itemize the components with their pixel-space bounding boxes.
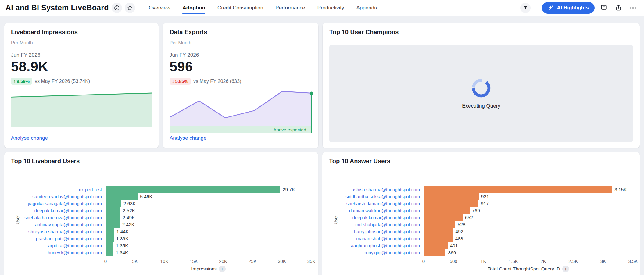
bar-category-label[interactable]: prashant.patil@thoughtspot.com [11, 236, 106, 241]
bar-value-label: 369 [448, 249, 456, 256]
arrow-up-icon: ↑ [13, 79, 16, 84]
bar[interactable] [424, 186, 612, 193]
tab-overview[interactable]: Overview [149, 0, 170, 16]
ai-highlights-label: AI Highlights [557, 5, 589, 11]
x-axis-tick: 3.5K [628, 259, 638, 264]
x-axis-tick: 35K [307, 259, 316, 264]
bar[interactable] [424, 200, 478, 207]
star-icon [127, 5, 133, 11]
bar[interactable] [424, 207, 470, 214]
tab-credit-consumption[interactable]: Credit Consumption [217, 0, 263, 16]
sort-descending-icon[interactable]: ↓ [562, 266, 569, 272]
bar[interactable] [106, 242, 113, 249]
bar-category-label[interactable]: ashish.sharma@thoughtspot.com [329, 187, 424, 192]
bar-category-label[interactable]: sandeep.yadav@thoughtspot.com [11, 194, 106, 199]
bar-category-label[interactable]: arpit.rai@thoughtspot.com [11, 243, 106, 248]
bar[interactable] [106, 228, 114, 235]
bar-category-label[interactable]: deepak.kumar@thoughtspot.com [11, 208, 106, 213]
bar-track: 401 [424, 242, 633, 249]
card-title: Data Exports [170, 29, 312, 36]
bar-row: shreyash.sharma@thoughtspot.com1.44K [11, 228, 311, 235]
bar-row: snehalatha.meruva@thoughtspot.com2.49K [11, 214, 311, 221]
bar[interactable] [424, 242, 448, 249]
tab-performance[interactable]: Performance [275, 0, 305, 16]
more-icon [629, 4, 637, 12]
kpi-card-data-exports: Data Exports Per Month Jun FY 2026 596 ↓… [163, 23, 318, 148]
tab-adoption[interactable]: Adoption [182, 0, 205, 16]
kpi-subtitle: Per Month [11, 40, 152, 45]
bar-category-label[interactable]: damian.waldron@thoughtspot.com [329, 208, 424, 213]
more-button[interactable] [628, 2, 639, 13]
bar-category-label[interactable]: sneharsh.damani@thoughtspot.com [329, 201, 424, 206]
ai-highlights-button[interactable]: AI Highlights [542, 2, 595, 14]
bar-category-label[interactable]: abhinav.gupta@thoughtspot.com [11, 222, 106, 227]
query-loading-panel: Executing Query [329, 45, 633, 142]
bar[interactable] [424, 214, 463, 221]
bar-category-label[interactable]: rony.gigi@thoughtspot.com [329, 250, 424, 255]
x-axis-tick: 25K [249, 259, 257, 264]
x-axis-ticks: 05K10K15K20K25K30K35K [106, 259, 311, 265]
analyse-change-link[interactable]: Analyse change [170, 135, 206, 141]
tab-productivity[interactable]: Productivity [317, 0, 344, 16]
divider [142, 4, 142, 12]
bar[interactable] [106, 193, 138, 200]
bar-row: aaghran.ghosh@thoughtspot.com401 [329, 242, 633, 249]
bar-category-label[interactable]: deepak.kumar@thoughtspot.com [329, 215, 424, 220]
bar-category-label[interactable]: shreyash.sharma@thoughtspot.com [11, 229, 106, 234]
exports-trend-chart[interactable]: Above expected [170, 87, 312, 133]
bar[interactable] [106, 207, 120, 214]
y-axis-label: User [15, 215, 20, 225]
analyse-change-link[interactable]: Analyse change [11, 135, 48, 141]
x-axis-tick: 15K [190, 259, 198, 264]
bar[interactable] [106, 214, 120, 221]
x-axis-tick: 30K [278, 259, 286, 264]
bar[interactable] [106, 221, 120, 228]
tab-appendix[interactable]: Appendix [356, 0, 378, 16]
bar-category-label[interactable]: yagnika.sanagala@thoughtspot.com [11, 201, 106, 206]
card-title: Top 10 Liveboard Users [11, 158, 311, 165]
bar[interactable] [424, 249, 445, 256]
bar-category-label[interactable]: manan.shah@thoughtspot.com [329, 236, 424, 241]
bar-row: siddhardha.sukka@thoughtspot.com921 [329, 193, 633, 200]
sparkle-icon [548, 5, 554, 11]
bar[interactable] [424, 221, 455, 228]
filter-button[interactable] [520, 3, 531, 13]
bar[interactable] [106, 235, 114, 242]
favorite-button[interactable] [125, 3, 135, 13]
bar[interactable] [424, 228, 453, 235]
liveboard-content: Liveboard Impressions Per Month Jun FY 2… [0, 16, 644, 275]
bar-track: 3.15K [424, 186, 633, 193]
bar-category-label[interactable]: siddhardha.sukka@thoughtspot.com [329, 194, 424, 199]
bar-row: arpit.rai@thoughtspot.com1.35K [11, 242, 311, 249]
x-axis-tick: 2K [540, 259, 546, 264]
bar-category-label[interactable]: harry.johnson@thoughtspot.com [329, 229, 424, 234]
bar[interactable] [106, 249, 113, 256]
bar-category-label[interactable]: honey.k@thoughtspot.com [11, 250, 106, 255]
x-axis-tick: 5K [132, 259, 138, 264]
bar-category-label[interactable]: snehalatha.meruva@thoughtspot.com [11, 215, 106, 220]
x-axis-ticks: 05001K1.5K2K2.5K3K3.5K [424, 259, 633, 265]
x-axis-tick: 500 [450, 259, 457, 264]
bar-track: 528 [424, 221, 633, 228]
bar-category-label[interactable]: cx-perf-test [11, 187, 106, 192]
bar-category-label[interactable]: md.shahjada@thoughtspot.com [329, 222, 424, 227]
latest-point-marker[interactable] [310, 91, 313, 95]
comments-button[interactable] [598, 2, 609, 13]
bar-row: abhinav.gupta@thoughtspot.com2.42K [11, 221, 311, 228]
impressions-trend-chart[interactable] [11, 90, 152, 127]
bar-row: prashant.patil@thoughtspot.com1.39K [11, 235, 311, 242]
bar-track: 2.52K [106, 207, 311, 214]
bar[interactable] [424, 235, 453, 242]
filter-icon [523, 5, 528, 11]
bar[interactable] [106, 200, 121, 207]
share-button[interactable] [613, 2, 624, 13]
info-button[interactable] [112, 3, 122, 13]
bar-row: md.shahjada@thoughtspot.com528 [329, 221, 633, 228]
sort-descending-icon[interactable]: ↓ [219, 266, 226, 272]
bar-category-label[interactable]: aaghran.ghosh@thoughtspot.com [329, 243, 424, 248]
bar-row: sneharsh.damani@thoughtspot.com917 [329, 200, 633, 207]
bar[interactable] [106, 186, 280, 193]
bar[interactable] [424, 193, 479, 200]
bar-track: 2.63K [106, 200, 311, 207]
arrow-down-icon: ↓ [172, 79, 174, 84]
